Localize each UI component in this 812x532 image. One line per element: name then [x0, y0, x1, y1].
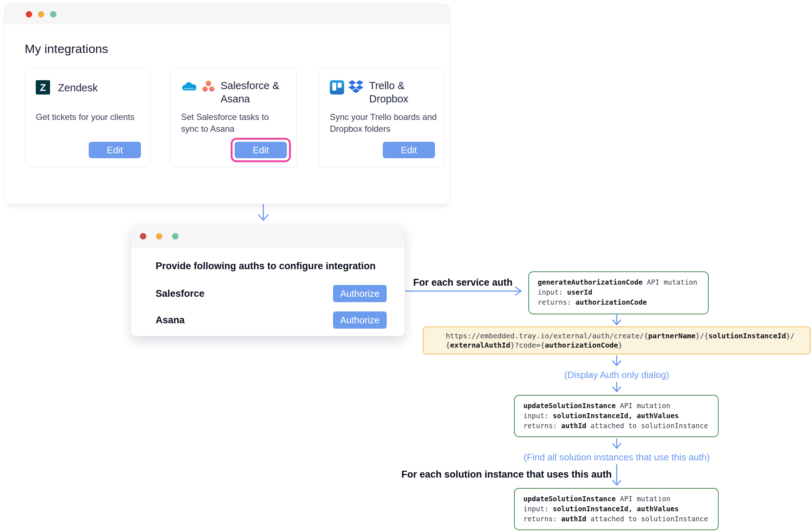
service-name: Asana [156, 315, 185, 326]
code-line: updateSolutionInstance API mutation [523, 494, 709, 504]
my-integrations-window: My integrations Z Zendesk Get tickets fo… [4, 4, 450, 204]
label-for-each-service-auth: For each service auth [413, 277, 513, 288]
generate-authorization-code-box: generateAuthorizationCode API mutation i… [528, 271, 709, 314]
page-canvas: My integrations Z Zendesk Get tickets fo… [0, 0, 812, 532]
salesforce-icon: salesforce [181, 82, 198, 92]
dialog-title: Provide following auths to configure int… [156, 261, 376, 272]
update-solution-instance-box-2: updateSolutionInstance API mutation inpu… [514, 488, 719, 530]
code-line: returns: authorizationCode [538, 298, 699, 308]
zendesk-icon: Z [36, 80, 50, 95]
edit-button-trello-dropbox[interactable]: Edit [383, 142, 435, 158]
arrow-generate-to-url [613, 315, 621, 325]
auth-row-asana: Asana Authorize [156, 311, 387, 329]
note-display-auth-dialog: (Display Auth only dialog) [509, 369, 724, 381]
card-title: Salesforce & Asana [220, 79, 285, 106]
card-header: salesforce Salesforce & Asana [181, 80, 285, 111]
svg-text:Z: Z [40, 82, 46, 93]
window-titlebar [131, 225, 405, 248]
code-line: returns: authId attached to solutionInst… [523, 514, 709, 524]
close-window-icon[interactable] [26, 11, 32, 18]
auth-row-salesforce: Salesforce Authorize [156, 285, 387, 302]
window-titlebar [5, 4, 450, 24]
arrow-display-note-to-update [613, 382, 621, 392]
dropbox-icon [348, 80, 363, 94]
arrow-find-note-to-update2 [613, 465, 621, 485]
card-description: Get tickets for your clients [36, 111, 140, 123]
label-for-each-solution-instance: For each solution instance that uses thi… [401, 469, 612, 480]
maximize-window-icon[interactable] [172, 233, 178, 240]
card-description: Sync your Trello boards and Dropbox fold… [330, 111, 439, 135]
code-line: updateSolutionInstance API mutation [523, 401, 709, 411]
code-line: https://embedded.tray.io/external/auth/c… [446, 331, 803, 340]
arrow-auth-to-generate [388, 287, 521, 295]
card-header: Z Zendesk [36, 80, 140, 111]
edit-button-salesforce-asana[interactable]: Edit [235, 142, 287, 158]
code-line: input: solutionInstanceId, authValues [523, 504, 709, 514]
code-line: {externalAuthId}?code={authorizationCode… [446, 340, 803, 350]
note-find-solution-instances: (Find all solution instances that use th… [491, 452, 742, 463]
integration-card-salesforce-asana: salesforce Salesforce & Asana Set Salesf… [170, 68, 297, 167]
minimize-window-icon[interactable] [156, 233, 162, 240]
service-name: Salesforce [156, 288, 205, 299]
code-line: input: solutionInstanceId, authValues [523, 411, 709, 421]
card-header: Trello & Dropbox [330, 80, 434, 111]
auth-dialog-window: Provide following auths to configure int… [131, 224, 405, 336]
arrow-update-to-find-note [613, 439, 621, 448]
arrow-url-to-display-note [613, 356, 621, 366]
trello-icon [330, 80, 344, 95]
integration-card-trello-dropbox: Trello & Dropbox Sync your Trello boards… [319, 68, 445, 167]
code-line: generateAuthorizationCode API mutation [538, 277, 699, 287]
card-title: Trello & Dropbox [369, 79, 417, 106]
maximize-window-icon[interactable] [50, 11, 57, 18]
authorize-button-asana[interactable]: Authorize [333, 311, 387, 329]
update-solution-instance-box: updateSolutionInstance API mutation inpu… [514, 395, 719, 437]
minimize-window-icon[interactable] [38, 11, 44, 18]
authorize-button-salesforce[interactable]: Authorize [333, 285, 387, 302]
edit-button-zendesk[interactable]: Edit [89, 142, 141, 158]
card-description: Set Salesforce tasks to sync to Asana [181, 111, 274, 135]
code-line: input: userId [538, 287, 699, 298]
code-line: returns: authId attached to solutionInst… [523, 421, 709, 431]
page-title: My integrations [25, 42, 450, 56]
close-window-icon[interactable] [140, 233, 146, 240]
integration-card-zendesk: Z Zendesk Get tickets for your clients E… [25, 68, 151, 167]
auth-url-box: https://embedded.tray.io/external/auth/c… [423, 327, 811, 354]
svg-text:salesforce: salesforce [184, 87, 194, 90]
card-title: Zendesk [58, 81, 98, 95]
asana-icon [202, 80, 215, 92]
